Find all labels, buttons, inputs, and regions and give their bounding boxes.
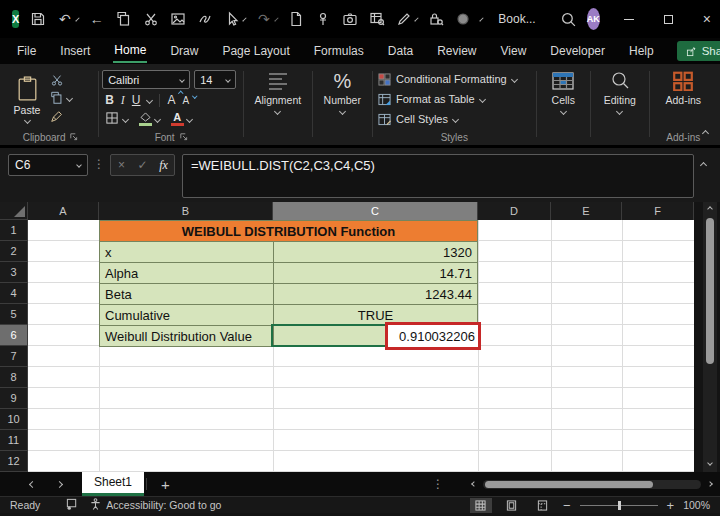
cell-c2[interactable]: 1320 — [274, 242, 478, 263]
account-avatar[interactable]: AK — [587, 8, 600, 30]
pin-icon[interactable] — [314, 11, 331, 28]
row-header-2[interactable]: 2 — [0, 241, 28, 262]
column-header-d[interactable]: D — [478, 202, 551, 220]
font-color-button[interactable]: A — [170, 113, 184, 126]
zoom-in-icon[interactable]: + — [667, 498, 675, 513]
back-icon[interactable]: ← — [88, 11, 105, 28]
cell-c3[interactable]: 14.71 — [274, 263, 478, 284]
tab-developer[interactable]: Developer — [549, 40, 606, 62]
insert-function-icon[interactable]: fx — [153, 158, 174, 173]
cell-b2[interactable]: x — [100, 242, 274, 263]
underline-menu-icon[interactable] — [146, 96, 153, 103]
protect-icon[interactable] — [427, 11, 444, 28]
tab-page-layout[interactable]: Page Layout — [221, 40, 290, 62]
column-header-f[interactable]: F — [622, 202, 694, 220]
draw-icon[interactable] — [196, 11, 213, 28]
previous-sheet-icon[interactable] — [29, 480, 36, 487]
touch-mode-icon[interactable] — [223, 11, 240, 28]
row-header-11[interactable]: 11 — [0, 430, 28, 451]
picture-icon[interactable] — [169, 11, 186, 28]
format-as-table-button[interactable]: Format as Table — [378, 91, 517, 108]
record-macro-icon[interactable] — [454, 11, 471, 28]
copy-button[interactable] — [50, 91, 72, 106]
copy-icon[interactable] — [115, 11, 132, 28]
underline-button[interactable]: U — [132, 93, 141, 107]
next-sheet-icon[interactable] — [56, 480, 63, 487]
cut-icon[interactable] — [142, 11, 159, 28]
close-button[interactable]: × — [703, 12, 711, 26]
search-icon[interactable] — [560, 11, 577, 28]
increase-font-button[interactable]: A — [167, 93, 175, 107]
borders-button[interactable] — [105, 111, 119, 128]
enter-entry-icon[interactable]: ✓ — [132, 158, 153, 172]
cut-button[interactable] — [50, 72, 72, 87]
undo-icon[interactable]: ↶ — [56, 11, 73, 28]
tab-review[interactable]: Review — [436, 40, 477, 62]
horizontal-scrollbar[interactable] — [472, 480, 712, 489]
column-header-a[interactable]: A — [28, 202, 99, 220]
camera-icon[interactable] — [341, 11, 358, 28]
name-box[interactable]: C6 — [8, 154, 88, 176]
zoom-out-icon[interactable]: − — [563, 498, 571, 513]
format-painter-button[interactable] — [50, 109, 72, 124]
cell-b5[interactable]: Cumulative — [100, 305, 274, 326]
sheet-tab-sheet1[interactable]: Sheet1 — [82, 472, 144, 496]
row-header-4[interactable]: 4 — [0, 283, 28, 304]
cell-styles-button[interactable]: Cell Styles — [378, 111, 517, 128]
select-all-button[interactable] — [0, 202, 28, 220]
conditional-formatting-button[interactable]: Conditional Formatting — [378, 71, 517, 88]
touch-mode-menu-icon[interactable] — [243, 17, 247, 21]
tab-home[interactable]: Home — [113, 39, 147, 63]
normal-view-button[interactable] — [470, 498, 492, 513]
tab-view[interactable]: View — [500, 40, 528, 62]
scroll-right-icon[interactable] — [707, 481, 713, 487]
zoom-level[interactable]: 100% — [683, 499, 710, 511]
row-header-10[interactable]: 10 — [0, 409, 28, 430]
new-file-icon[interactable] — [287, 11, 304, 28]
scroll-down-icon[interactable] — [708, 456, 712, 469]
bold-button[interactable]: B — [105, 93, 114, 107]
cell-b4[interactable]: Beta — [100, 284, 274, 305]
vertical-scroll-thumb[interactable] — [706, 218, 714, 364]
row-header-12[interactable]: 12 — [0, 451, 28, 472]
editing-button[interactable]: Editing — [594, 68, 646, 130]
tab-insert[interactable]: Insert — [59, 40, 91, 62]
query-sheet-icon[interactable] — [368, 11, 385, 28]
vertical-scrollbar[interactable] — [703, 202, 717, 472]
share-button[interactable]: Share — [677, 41, 720, 61]
font-name-select[interactable]: Calibri — [102, 70, 190, 89]
font-size-select[interactable]: 14 — [194, 70, 236, 89]
alignment-button[interactable]: Alignment — [247, 68, 308, 130]
row-header-6[interactable]: 6 — [0, 325, 28, 346]
tab-help[interactable]: Help — [628, 40, 655, 62]
row-header-1[interactable]: 1 — [0, 220, 28, 241]
cells-button[interactable]: Cells — [540, 68, 588, 130]
font-dialog-launcher-icon[interactable] — [179, 132, 188, 143]
zoom-slider-handle[interactable] — [618, 501, 621, 510]
tab-file[interactable]: File — [16, 40, 37, 62]
paste-button[interactable]: Paste — [6, 68, 48, 130]
clipboard-dialog-launcher-icon[interactable] — [69, 132, 78, 143]
scroll-up-icon[interactable] — [708, 202, 712, 215]
page-layout-view-button[interactable] — [501, 498, 523, 513]
minimize-button[interactable] — [624, 19, 634, 20]
tab-draw[interactable]: Draw — [169, 40, 199, 62]
cell-c4[interactable]: 1243.44 — [274, 284, 478, 305]
table-title-cell[interactable]: WEIBULL DISTRIBUTION Function — [100, 221, 478, 242]
font-color-menu-icon[interactable] — [186, 115, 193, 122]
column-header-c[interactable]: C — [273, 202, 478, 220]
cancel-entry-icon[interactable]: × — [111, 158, 132, 172]
row-header-9[interactable]: 9 — [0, 388, 28, 409]
column-header-b[interactable]: B — [99, 202, 273, 220]
fill-color-menu-icon[interactable] — [154, 115, 161, 122]
tab-data[interactable]: Data — [387, 40, 414, 62]
maximize-button[interactable] — [664, 15, 673, 24]
cell-b3[interactable]: Alpha — [100, 263, 274, 284]
undo-menu-icon[interactable] — [76, 17, 80, 21]
ink-pen-menu-icon[interactable] — [415, 17, 419, 21]
ink-pen-icon[interactable] — [395, 11, 412, 28]
decrease-font-button[interactable]: A — [183, 95, 190, 106]
page-break-view-button[interactable] — [532, 498, 554, 513]
qat-overflow-icon[interactable] — [480, 17, 484, 21]
row-header-7[interactable]: 7 — [0, 346, 28, 367]
